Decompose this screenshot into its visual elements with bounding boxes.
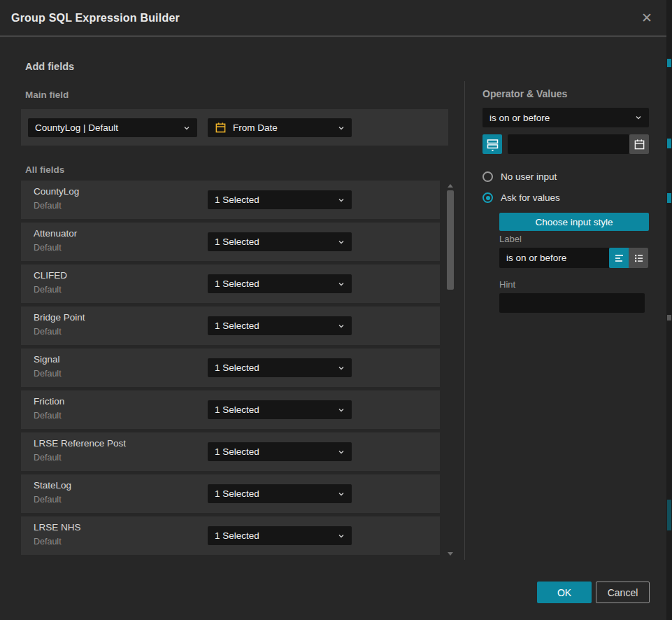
main-layer-dropdown-value: CountyLog | Default: [35, 122, 179, 133]
field-selection-value: 1 Selected: [215, 446, 334, 457]
chevron-down-icon: [338, 125, 345, 132]
field-name: LRSE Reference Post: [34, 438, 126, 449]
date-picker-button[interactable]: [629, 134, 649, 154]
field-selection-value: 1 Selected: [215, 195, 334, 205]
label-input[interactable]: [499, 248, 609, 268]
radio-label: Ask for values: [501, 192, 560, 203]
field-row-statelog: StateLog Default 1 Selected: [21, 474, 440, 513]
field-sublabel: Default: [34, 453, 62, 463]
radio-no-user-input[interactable]: No user input: [482, 171, 557, 182]
field-selection-dropdown[interactable]: 1 Selected: [208, 190, 352, 209]
field-selection-dropdown[interactable]: 1 Selected: [208, 358, 352, 377]
field-name: StateLog: [34, 480, 71, 491]
field-selection-dropdown[interactable]: 1 Selected: [208, 274, 352, 293]
field-row-countylog: CountyLog Default 1 Selected: [21, 181, 440, 219]
field-selection-value: 1 Selected: [215, 488, 334, 499]
field-name: Bridge Point: [34, 312, 85, 323]
ok-button[interactable]: OK: [537, 582, 592, 603]
chevron-down-icon: [338, 281, 345, 288]
align-left-lines-icon: [613, 252, 625, 264]
background-fragment: [667, 59, 671, 67]
value-input-type-button[interactable]: [482, 134, 502, 154]
scrollbar-up-arrow[interactable]: [448, 184, 453, 188]
operator-values-heading: Operator & Values: [482, 88, 567, 99]
close-icon[interactable]: ✕: [638, 10, 655, 27]
chevron-down-icon: [338, 491, 345, 498]
chevron-down-icon: [338, 449, 345, 456]
field-sublabel: Default: [34, 537, 62, 547]
main-field-label: Main field: [25, 90, 69, 100]
radio-label: No user input: [501, 171, 557, 182]
field-selection-value: 1 Selected: [215, 530, 334, 541]
field-selection-value: 1 Selected: [215, 320, 334, 331]
field-sublabel: Default: [34, 369, 62, 379]
main-field-dropdown[interactable]: From Date: [208, 118, 352, 137]
field-row-bridge-point: Bridge Point Default 1 Selected: [21, 307, 440, 345]
main-field-dropdown-value: From Date: [233, 122, 334, 133]
scrollbar-thumb[interactable]: [447, 190, 454, 290]
calendar-icon: [634, 139, 645, 150]
date-value-input[interactable]: [508, 134, 629, 154]
radio-ask-for-values[interactable]: Ask for values: [482, 192, 560, 203]
field-selection-dropdown[interactable]: 1 Selected: [208, 400, 352, 419]
label-field-label: Label: [499, 234, 522, 244]
background-fragment: [667, 500, 671, 530]
chevron-down-icon: [183, 125, 190, 132]
hint-field-label: Hint: [499, 279, 515, 290]
cancel-button[interactable]: Cancel: [596, 582, 650, 603]
field-sublabel: Default: [34, 243, 62, 253]
field-selection-dropdown[interactable]: 1 Selected: [208, 232, 352, 251]
field-selection-value: 1 Selected: [215, 362, 334, 373]
chevron-down-icon: [635, 114, 642, 121]
field-selection-value: 1 Selected: [215, 237, 334, 247]
operator-dropdown-value: is on or before: [489, 113, 631, 123]
chevron-down-icon: [338, 365, 345, 372]
dialog-titlebar: Group SQL Expression Builder ✕: [0, 0, 666, 36]
main-field-panel: CountyLog | Default From Date: [21, 109, 448, 146]
calendar-date-icon: [215, 122, 227, 134]
panel-divider: [464, 81, 465, 560]
background-fragment: [667, 139, 671, 148]
field-name: CLIFED: [34, 270, 67, 281]
field-selection-dropdown[interactable]: 1 Selected: [208, 526, 352, 545]
choose-input-style-button[interactable]: Choose input style: [499, 213, 649, 231]
main-layer-dropdown[interactable]: CountyLog | Default: [28, 118, 197, 137]
hint-input[interactable]: [499, 293, 645, 313]
field-name: Signal: [34, 354, 60, 365]
group-sql-expression-builder-dialog: Group SQL Expression Builder ✕ Add field…: [0, 0, 666, 620]
chevron-down-icon: [338, 323, 345, 330]
add-fields-heading: Add fields: [25, 61, 74, 72]
field-sublabel: Default: [34, 411, 62, 421]
field-selection-value: 1 Selected: [215, 404, 334, 415]
field-row-friction: Friction Default 1 Selected: [21, 390, 440, 429]
chevron-down-icon: [338, 197, 345, 204]
field-row-clifed: CLIFED Default 1 Selected: [21, 265, 440, 303]
field-name: Attenuator: [34, 228, 77, 239]
bulleted-list-icon: [633, 252, 645, 264]
chevron-down-icon: [338, 533, 345, 540]
field-sublabel: Default: [34, 201, 62, 211]
radio-circle-icon: [482, 192, 493, 203]
field-name: LRSE NHS: [34, 522, 81, 533]
list-input-style-button[interactable]: [629, 248, 648, 268]
stacked-values-icon: [486, 138, 499, 151]
single-input-style-button[interactable]: [609, 248, 629, 268]
field-row-lrse-reference-post: LRSE Reference Post Default 1 Selected: [21, 432, 440, 471]
field-sublabel: Default: [34, 495, 62, 505]
scrollbar-down-arrow[interactable]: [448, 552, 453, 556]
background-fragment: [667, 193, 671, 203]
field-selection-dropdown[interactable]: 1 Selected: [208, 484, 352, 503]
field-row-signal: Signal Default 1 Selected: [21, 348, 440, 387]
field-sublabel: Default: [34, 285, 62, 295]
operator-dropdown[interactable]: is on or before: [482, 108, 649, 127]
field-name: CountyLog: [34, 186, 79, 197]
field-row-lrse-nhs: LRSE NHS Default 1 Selected: [21, 516, 440, 555]
field-selection-dropdown[interactable]: 1 Selected: [208, 316, 352, 335]
all-fields-label: All fields: [25, 164, 64, 175]
chevron-down-icon: [338, 407, 345, 414]
radio-circle-icon: [482, 171, 493, 182]
field-selection-value: 1 Selected: [215, 279, 334, 289]
field-row-attenuator: Attenuator Default 1 Selected: [21, 223, 440, 261]
field-name: Friction: [34, 396, 64, 407]
field-selection-dropdown[interactable]: 1 Selected: [208, 442, 352, 461]
